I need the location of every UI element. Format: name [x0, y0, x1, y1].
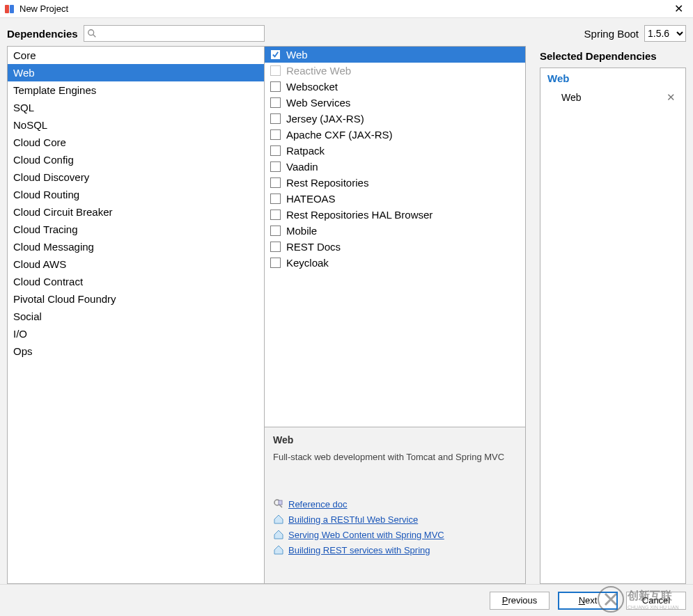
checkbox-icon [270, 210, 281, 220]
dependency-item[interactable]: Ratpack [265, 143, 525, 159]
checkbox-icon [270, 161, 281, 172]
selected-panel: WebWeb✕ [540, 68, 686, 584]
category-item[interactable]: Cloud Discovery [8, 168, 264, 186]
svg-line-3 [93, 35, 95, 38]
dependency-item[interactable]: Rest Repositories [265, 175, 525, 191]
desc-title: Web [273, 434, 517, 445]
dependency-label: Mobile [286, 225, 317, 237]
selected-title: Selected Dependencies [540, 50, 686, 62]
checkbox-icon [270, 49, 281, 60]
checkbox-icon [270, 145, 281, 156]
category-item[interactable]: Cloud AWS [8, 255, 264, 273]
dependency-label: Websocket [286, 81, 338, 93]
category-item[interactable]: Cloud Messaging [8, 238, 264, 255]
category-item[interactable]: Cloud Config [8, 151, 264, 168]
checkbox-icon [270, 194, 281, 204]
checkbox-icon [270, 65, 281, 76]
category-item[interactable]: Cloud Contract [8, 273, 264, 290]
dependency-item[interactable]: Web [265, 47, 525, 63]
category-item[interactable]: Cloud Tracing [8, 221, 264, 238]
svg-rect-1 [10, 5, 14, 13]
svg-point-2 [88, 30, 93, 35]
category-item[interactable]: SQL [8, 99, 264, 116]
search-icon [87, 29, 97, 38]
checkbox-icon [270, 97, 281, 108]
search-field[interactable] [99, 29, 261, 39]
dependency-label: HATEOAS [286, 193, 336, 205]
app-icon [4, 3, 15, 15]
dependency-label: Keycloak [286, 257, 329, 269]
dependency-item[interactable]: Websocket [265, 79, 525, 95]
selected-item: Web✕ [540, 88, 685, 106]
category-item[interactable]: Web [8, 64, 264, 81]
dependency-item[interactable]: Apache CXF (JAX-RS) [265, 127, 525, 143]
titlebar: New Project ✕ [0, 0, 693, 18]
svg-line-5 [279, 505, 282, 507]
checkbox-icon [270, 129, 281, 140]
category-item[interactable]: Cloud Routing [8, 186, 264, 203]
category-list[interactable]: CoreWebTemplate EnginesSQLNoSQLCloud Cor… [7, 46, 265, 584]
dependency-label: Ratpack [286, 145, 325, 157]
category-item[interactable]: NoSQL [8, 116, 264, 134]
dependency-item[interactable]: Keycloak [265, 255, 525, 271]
dependency-label: Reactive Web [286, 65, 351, 77]
dependency-item[interactable]: REST Docs [265, 239, 525, 255]
footer: Previous Next Cancel [0, 584, 693, 616]
mid-column: WebReactive WebWebsocketWeb ServicesJers… [265, 46, 526, 584]
dependency-label: Jersey (JAX-RS) [286, 113, 364, 125]
dependency-item[interactable]: Rest Repositories HAL Browser [265, 207, 525, 223]
category-item[interactable]: I/O [8, 325, 264, 342]
category-item[interactable]: Social [8, 308, 264, 325]
dependency-item[interactable]: Mobile [265, 223, 525, 239]
remove-icon[interactable]: ✕ [664, 91, 678, 104]
window-title: New Project [20, 3, 68, 14]
category-item[interactable]: Pivotal Cloud Foundry [8, 290, 264, 308]
category-item[interactable]: Cloud Circuit Breaker [8, 203, 264, 221]
dependency-item[interactable]: HATEOAS [265, 191, 525, 207]
close-icon[interactable]: ✕ [669, 2, 689, 16]
link-label[interactable]: Building a RESTful Web Service [288, 514, 418, 525]
checkbox-icon [270, 81, 281, 92]
previous-button[interactable]: Previous [490, 592, 550, 610]
category-item[interactable]: Template Engines [8, 81, 264, 99]
home-icon [273, 514, 284, 525]
description-panel: Web Full-stack web development with Tomc… [265, 427, 526, 583]
home-icon [273, 529, 284, 540]
dependency-label: Vaadin [286, 161, 318, 173]
spring-version-select[interactable]: 1.5.6 [644, 25, 686, 42]
link-label[interactable]: Building REST services with Spring [288, 545, 430, 555]
desc-text: Full-stack web development with Tomcat a… [273, 451, 517, 464]
category-item[interactable]: Cloud Core [8, 134, 264, 151]
svg-rect-0 [5, 5, 9, 13]
checkbox-icon [270, 177, 281, 188]
svg-rect-6 [279, 500, 282, 505]
checkbox-icon [270, 226, 281, 236]
link-label[interactable]: Serving Web Content with Spring MVC [288, 530, 444, 540]
dependency-item: Reactive Web [265, 63, 525, 79]
desc-link[interactable]: Reference doc [273, 498, 517, 510]
dependency-label: REST Docs [286, 241, 341, 253]
dependency-item[interactable]: Web Services [265, 95, 525, 111]
cancel-button[interactable]: Cancel [626, 592, 686, 610]
dependency-item[interactable]: Jersey (JAX-RS) [265, 111, 525, 127]
category-item[interactable]: Ops [8, 342, 264, 360]
home-icon [273, 544, 284, 555]
spring-boot-label: Spring Boot [584, 28, 639, 40]
desc-link[interactable]: Serving Web Content with Spring MVC [273, 529, 517, 540]
selected-column: Selected Dependencies WebWeb✕ [526, 46, 686, 584]
selected-item-label: Web [561, 92, 582, 103]
category-item[interactable]: Core [8, 47, 264, 64]
desc-link[interactable]: Building REST services with Spring [273, 544, 517, 555]
dependencies-label: Dependencies [7, 28, 78, 40]
checkbox-icon [270, 242, 281, 252]
search-input[interactable] [84, 25, 265, 42]
desc-link[interactable]: Building a RESTful Web Service [273, 514, 517, 525]
next-button[interactable]: Next [558, 592, 618, 610]
dependency-label: Rest Repositories HAL Browser [286, 209, 433, 221]
dependency-list[interactable]: WebReactive WebWebsocketWeb ServicesJers… [265, 47, 526, 427]
selected-group: Web [540, 68, 685, 88]
dependency-label: Rest Repositories [286, 177, 368, 189]
top-row: Dependencies Spring Boot 1.5.6 [0, 18, 693, 46]
dependency-item[interactable]: Vaadin [265, 159, 525, 175]
link-label[interactable]: Reference doc [288, 499, 348, 510]
